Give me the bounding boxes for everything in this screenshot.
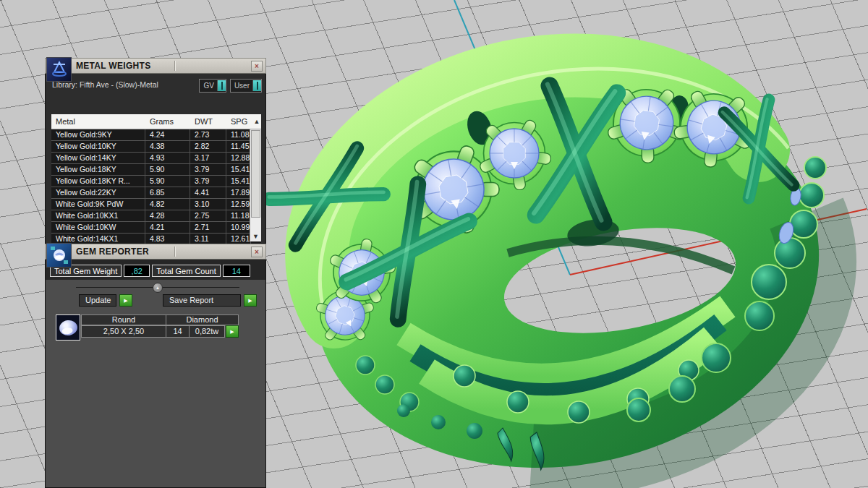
gem-weight-value: 0,82tw bbox=[189, 325, 225, 338]
metal-weights-body: Library: Fifth Ave - (Slow)-Metal GV Use… bbox=[45, 74, 266, 244]
titlebar-divider bbox=[174, 247, 176, 257]
scroll-up-icon[interactable]: ▲ bbox=[251, 114, 263, 129]
save-report-button[interactable]: Save Report bbox=[163, 294, 241, 307]
gem-reporter-title: GEM REPORTER bbox=[76, 247, 149, 257]
metal-weights-panel: METAL WEIGHTS × Library: Fifth Ave - (Sl… bbox=[45, 58, 266, 244]
total-gem-weight-value: ,82 bbox=[124, 265, 150, 277]
update-button[interactable]: Update bbox=[79, 294, 116, 307]
user-toggle[interactable]: User bbox=[230, 79, 262, 93]
gem-reporter-gem-icon bbox=[46, 243, 72, 267]
table-row[interactable]: White Gold:9K PdW4.823.1012.59 bbox=[51, 199, 261, 210]
app-screen: { "viewport": { "bg_color": "#c7c7c7", "… bbox=[0, 0, 868, 488]
table-scrollbar[interactable]: ▼ bbox=[250, 129, 261, 241]
table-row[interactable]: Yellow Gold:18KY5.903.7915.41 bbox=[51, 164, 261, 176]
gem-type-header: Diamond bbox=[166, 314, 239, 325]
total-gem-count-value: 14 bbox=[223, 265, 250, 277]
gem-reporter-close-button[interactable]: × bbox=[251, 247, 263, 257]
save-report-play-button[interactable]: ▶ bbox=[244, 294, 257, 307]
gem-count-value: 14 bbox=[166, 325, 190, 338]
gem-thumbnail bbox=[56, 314, 80, 341]
table-header: Metal Grams DWT SPG ▲ bbox=[51, 114, 261, 129]
table-row[interactable]: Yellow Gold:22KY6.854.4117.89 bbox=[51, 187, 261, 199]
metal-weights-scale-icon bbox=[46, 57, 72, 82]
table-row[interactable]: Yellow Gold:10KY4.382.8211.45 bbox=[51, 141, 261, 153]
metal-weights-title: METAL WEIGHTS bbox=[76, 61, 150, 71]
metal-weights-table: Metal Grams DWT SPG ▲ Yellow Gold:9KY4.2… bbox=[51, 114, 261, 241]
table-row[interactable]: Yellow Gold:9KY4.242.7311.08 bbox=[51, 129, 261, 141]
gem-shape-header: Round bbox=[81, 314, 166, 325]
splitter-knob[interactable]: ▲ bbox=[153, 283, 163, 293]
col-spg: SPG bbox=[226, 114, 251, 129]
gem-row-play-button[interactable]: ▶ bbox=[226, 325, 239, 338]
col-grams: Grams bbox=[145, 114, 190, 129]
gv-toggle[interactable]: GV bbox=[199, 79, 226, 93]
user-toggle-indicator bbox=[252, 80, 261, 91]
table-row[interactable]: White Gold:10KX14.282.7511.18 bbox=[51, 210, 261, 222]
gem-reporter-panel: GEM REPORTER × Total Gem Weight ,82 Tota… bbox=[45, 244, 266, 488]
gem-reporter-titlebar[interactable]: GEM REPORTER × bbox=[45, 244, 266, 260]
scroll-down-icon[interactable]: ▼ bbox=[250, 233, 261, 241]
metal-weights-close-button[interactable]: × bbox=[251, 61, 263, 72]
total-gem-count-label: Total Gem Count bbox=[152, 265, 221, 277]
scrollbar-thumb[interactable] bbox=[251, 130, 260, 218]
update-play-button[interactable]: ▶ bbox=[119, 294, 132, 307]
metal-weights-titlebar[interactable]: METAL WEIGHTS × bbox=[45, 58, 266, 74]
table-row[interactable]: White Gold:10KW4.212.7110.99 bbox=[51, 222, 261, 234]
table-row[interactable]: Yellow Gold:14KY4.933.1712.88 bbox=[51, 153, 261, 164]
gem-list: Round Diamond 2,50 X 2,50 14 0,82tw ▶ bbox=[56, 314, 265, 341]
gv-toggle-indicator bbox=[217, 80, 226, 91]
gem-reporter-body: Total Gem Weight ,82 Total Gem Count 14 … bbox=[45, 260, 266, 488]
titlebar-divider bbox=[174, 61, 176, 71]
col-dwt: DWT bbox=[190, 114, 226, 129]
table-row[interactable]: Yellow Gold:18KY R...5.903.7915.41 bbox=[51, 176, 261, 187]
col-metal: Metal bbox=[51, 114, 145, 129]
panel-splitter: ▲ bbox=[76, 282, 239, 294]
round-gem-image bbox=[59, 319, 79, 336]
gem-size-value: 2,50 X 2,50 bbox=[81, 325, 166, 338]
